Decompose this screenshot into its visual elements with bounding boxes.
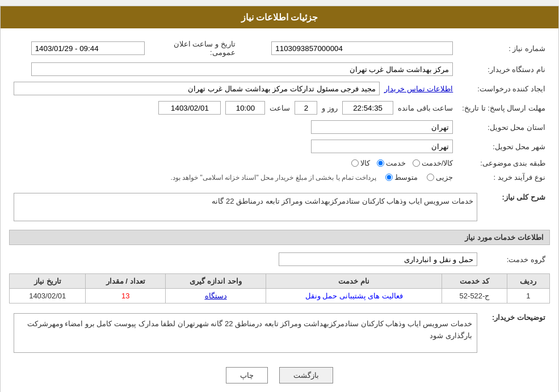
service-table-body: 1 ح-522-52 فعالیت های پشتیبانی حمل ونقل …: [10, 289, 550, 304]
row-noefar: نوع فرآیند خرید : جزیی متوسط پرداخت تمام…: [9, 170, 550, 184]
noefar-motavaset-label: متوسط: [394, 173, 418, 182]
grooh-value-cell: [9, 250, 482, 269]
name-dastgah-input[interactable]: [31, 62, 453, 76]
row-tedad: 13: [86, 289, 166, 304]
mohlet-roz-input[interactable]: [295, 101, 317, 115]
tozi-value-cell: خدمات سرویس ایاب وذهاب کارکنان ستادمرکزب…: [9, 310, 482, 356]
col-tedad: تعداد / مقدار: [86, 274, 166, 289]
row-kod: ح-522-52: [442, 289, 507, 304]
ostan-value-cell: [9, 117, 457, 137]
tabaqe-kala-khadamat-radio[interactable]: [413, 159, 420, 167]
noefar-note: پرداخت تمام یا بخشی از مبلغ خریدار محل "…: [170, 174, 376, 182]
service-table: ردیف کد خدمت نام خدمت واحد اندازه گیری ت…: [9, 273, 550, 304]
noefar-jazii-label: جزیی: [436, 173, 453, 182]
noefar-label: نوع فرآیند خرید :: [457, 170, 550, 184]
col-radif: ردیف: [507, 274, 549, 289]
col-name: نام خدمت: [266, 274, 442, 289]
tabaqe-khadamat-radio[interactable]: [377, 159, 384, 167]
mohlet-saat-label: ساعت: [270, 104, 290, 112]
tabaqe-kala-khadamat-label: کالا/خدمت: [422, 159, 453, 167]
shahr-input[interactable]: [311, 140, 453, 153]
tarikh-value-cell: [9, 37, 149, 60]
ijad-label: ایجاد کننده درخواست:: [457, 79, 550, 98]
row-shomara: شماره نیاز : تاریخ و ساعت اعلان عمومی:: [9, 37, 550, 60]
tarikh-input[interactable]: [31, 41, 145, 55]
noefar-motavaset-item: متوسط: [385, 173, 418, 182]
tabaqe-kala-item: کالا: [351, 159, 370, 167]
tabaqe-value-cell: کالا/خدمت خدمت کالا: [9, 156, 457, 170]
ostan-input[interactable]: [311, 120, 453, 134]
tozi-section: توضیحات خریدار: خدمات سرویس ایاب وذهاب ک…: [9, 310, 550, 356]
row-name: فعالیت های پشتیبانی حمل ونقل: [266, 289, 442, 304]
sharh-box: خدمات سرویس ایاب وذهاب کارکنان ستادمرکزب…: [14, 193, 477, 221]
tabaqe-kala-radio[interactable]: [351, 159, 359, 167]
row-vahed[interactable]: دستگاه: [165, 289, 266, 304]
mohlet-roz-label: روز و: [322, 104, 338, 112]
ostan-label: استان محل تحویل:: [457, 117, 550, 137]
noefar-jazii-radio[interactable]: [427, 174, 434, 181]
page-title: جزئیات اطلاعات نیاز: [241, 12, 318, 22]
tozi-box: خدمات سرویس ایاب وذهاب کارکنان ستادمرکزب…: [14, 313, 477, 353]
mohlet-label: مهلت ارسال پاسخ: تا تاریخ:: [457, 98, 550, 117]
mohlet-baqi-input[interactable]: [342, 101, 393, 115]
mohlet-date-input[interactable]: [158, 101, 221, 115]
row-name-dastgah: نام دستگاه خریدار:: [9, 60, 550, 79]
service-table-header: ردیف کد خدمت نام خدمت واحد اندازه گیری ت…: [10, 274, 550, 289]
content-area: شماره نیاز : تاریخ و ساعت اعلان عمومی: ن…: [1, 28, 558, 392]
grooh-row: گروه خدمت:: [9, 250, 550, 269]
button-row: بازگشت چاپ: [9, 367, 550, 383]
noefar-motavaset-radio[interactable]: [385, 174, 393, 181]
grooh-label: گروه خدمت:: [482, 250, 550, 269]
tozi-row: توضیحات خریدار: خدمات سرویس ایاب وذهاب ک…: [9, 310, 550, 356]
sharh-section: شرح کلی نیاز: خدمات سرویس ایاب وذهاب کار…: [9, 190, 550, 224]
name-dastgah-label: نام دستگاه خریدار:: [457, 60, 550, 79]
mohlet-baqi-label: ساعت باقی مانده: [398, 104, 453, 112]
ijad-value-cell: اطلاعات تماس خریدار: [9, 79, 457, 98]
tozi-label: توضیحات خریدار:: [482, 310, 550, 356]
sharh-value-cell: خدمات سرویس ایاب وذهاب کارکنان ستادمرکزب…: [9, 190, 482, 224]
row-radif: 1: [507, 289, 549, 304]
btn-bazgasht[interactable]: بازگشت: [279, 367, 333, 383]
ijad-input[interactable]: [14, 82, 380, 95]
row-tabaqe: طبقه بندی موضوعی: کالا/خدمت خدمت کالا: [9, 156, 550, 170]
tabaqe-kala-khadamat-item: کالا/خدمت: [413, 159, 453, 167]
mohlet-saat-input[interactable]: [225, 101, 265, 115]
row-ijad: ایجاد کننده درخواست: اطلاعات تماس خریدار: [9, 79, 550, 98]
main-info-table: شماره نیاز : تاریخ و ساعت اعلان عمومی: ن…: [9, 37, 550, 184]
noefar-jazii-item: جزیی: [427, 173, 453, 182]
col-kod: کد خدمت: [442, 274, 507, 289]
tabaqe-label: طبقه بندی موضوعی:: [457, 156, 550, 170]
shahr-label: شهر محل تحویل:: [457, 137, 550, 156]
tarikh-label: تاریخ و ساعت اعلان عمومی:: [149, 37, 240, 60]
btn-chap[interactable]: چاپ: [226, 367, 268, 383]
ijad-link[interactable]: اطلاعات تماس خریدار: [384, 85, 453, 93]
service-header-row: ردیف کد خدمت نام خدمت واحد اندازه گیری ت…: [10, 274, 550, 289]
tabaqe-kala-label: کالا: [360, 159, 370, 167]
table-row: 1 ح-522-52 فعالیت های پشتیبانی حمل ونقل …: [10, 289, 550, 304]
shomara-input[interactable]: [271, 41, 453, 55]
sharh-row: شرح کلی نیاز: خدمات سرویس ایاب وذهاب کار…: [9, 190, 550, 224]
page-container: جزئیات اطلاعات نیاز شماره نیاز : تاریخ و…: [0, 6, 559, 392]
sharh-label: شرح کلی نیاز:: [482, 190, 550, 224]
shomara-value-cell: [240, 37, 458, 60]
shomara-label: شماره نیاز :: [457, 37, 550, 60]
row-mohlet: مهلت ارسال پاسخ: تا تاریخ: ساعت باقی مان…: [9, 98, 550, 117]
noefar-value-cell: جزیی متوسط پرداخت تمام یا بخشی از مبلغ خ…: [9, 170, 457, 184]
shahr-value-cell: [9, 137, 457, 156]
name-dastgah-value-cell: [9, 60, 457, 79]
col-tarikh: تاریخ نیاز: [10, 274, 86, 289]
row-tarikh: 1403/02/01: [10, 289, 86, 304]
grooh-input[interactable]: [279, 252, 477, 266]
row-ostan: استان محل تحویل:: [9, 117, 550, 137]
khadamat-section-title: اطلاعات خدمات مورد نیاز: [9, 230, 550, 245]
mohlet-value-cell: ساعت باقی مانده روز و ساعت: [9, 98, 457, 117]
row-shahr: شهر محل تحویل:: [9, 137, 550, 156]
col-vahed: واحد اندازه گیری: [165, 274, 266, 289]
tabaqe-khadamat-label: خدمت: [386, 159, 406, 167]
tabaqe-khadamat-item: خدمت: [377, 159, 406, 167]
page-header: جزئیات اطلاعات نیاز: [1, 6, 558, 28]
grooh-section: گروه خدمت:: [9, 250, 550, 269]
